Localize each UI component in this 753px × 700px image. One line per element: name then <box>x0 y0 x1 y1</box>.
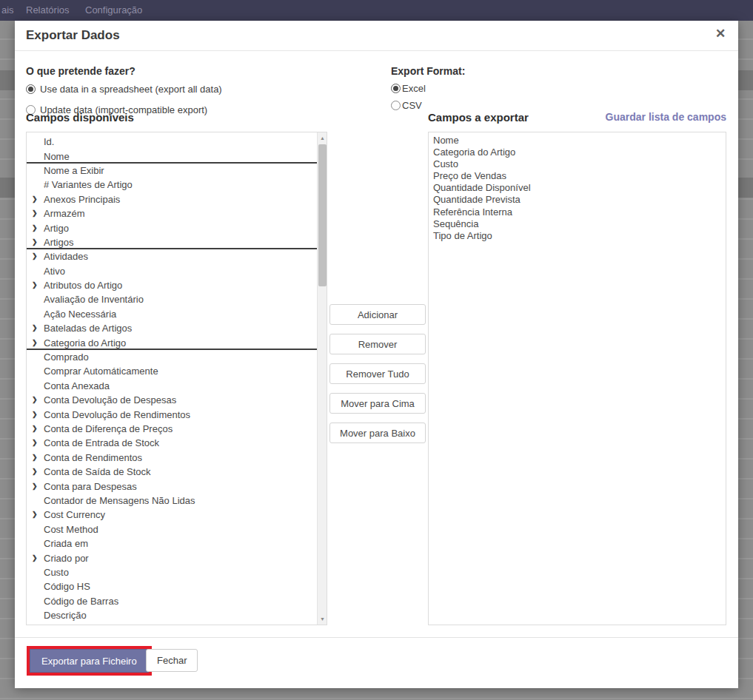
export-field-item[interactable]: Nome <box>429 135 726 147</box>
expand-icon[interactable]: ❯ <box>32 465 44 479</box>
radio-option[interactable]: Excel <box>391 83 465 94</box>
field-label: # Variantes de Artigo <box>44 179 133 190</box>
available-field-item[interactable]: Custo <box>27 565 317 579</box>
export-field-item[interactable]: Quantidade Prevista <box>429 194 726 206</box>
available-field-item[interactable]: Ativo <box>27 264 317 278</box>
available-field-item[interactable]: Criada em <box>27 536 317 551</box>
expand-icon[interactable]: ❯ <box>32 508 44 522</box>
available-field-item[interactable]: ❯Atributos do Artigo <box>27 278 317 292</box>
menubar-item[interactable]: ais <box>1 4 14 16</box>
field-label: Conta de Entrada de Stock <box>44 437 159 448</box>
available-field-item[interactable]: Nome a Exibir <box>27 164 317 178</box>
field-label: Nome <box>44 151 70 162</box>
available-field-item[interactable]: Código de Barras <box>27 594 317 608</box>
field-label: Conta Devolução de Despesas <box>44 394 176 405</box>
field-label: Criada em <box>44 538 88 549</box>
available-field-item[interactable]: ❯Artigos <box>27 235 317 249</box>
available-field-item[interactable]: Descrição da Compra <box>27 622 317 625</box>
expand-icon[interactable]: ❯ <box>32 336 44 350</box>
export-field-item[interactable]: Tipo de Artigo <box>429 230 726 242</box>
field-label: Categoria do Artigo <box>44 337 126 349</box>
available-field-item[interactable]: ❯Conta Devolução de Despesas <box>27 393 317 407</box>
expand-icon[interactable]: ❯ <box>32 192 44 206</box>
expand-icon[interactable]: ❯ <box>32 321 44 335</box>
radio-button-icon[interactable] <box>391 101 401 110</box>
available-field-item[interactable]: ❯Bateladas de Artigos <box>27 321 317 335</box>
available-field-item[interactable]: Descrição <box>27 608 317 622</box>
available-field-item[interactable]: ❯Armazém <box>27 206 317 221</box>
scroll-up-icon[interactable]: ▲ <box>318 133 327 143</box>
export-field-item[interactable]: Sequência <box>429 218 726 230</box>
export-field-item[interactable]: Preço de Vendas <box>429 170 726 182</box>
move-up-button[interactable]: Mover para Cima <box>329 393 426 414</box>
list-action-buttons: AdicionarRemoverRemover TudoMover para C… <box>329 304 426 443</box>
remove-all-button[interactable]: Remover Tudo <box>329 363 426 384</box>
scroll-down-icon[interactable]: ▼ <box>318 614 327 624</box>
available-field-item[interactable]: ❯Atividades <box>27 249 317 263</box>
field-label: Conta de Rendimentos <box>44 452 142 463</box>
available-field-item[interactable]: Cost Method <box>27 522 317 536</box>
radio-option[interactable]: Use data in a spreadsheet (export all da… <box>26 84 222 95</box>
available-field-item[interactable]: Código HS <box>27 579 317 593</box>
available-field-item[interactable]: Contador de Mensagens Não Lidas <box>27 494 317 508</box>
available-field-item[interactable]: Avaliação de Inventário <box>27 292 317 306</box>
available-field-item[interactable]: ❯Anexos Principais <box>27 192 317 206</box>
export-field-item[interactable]: Quantidade Disponível <box>429 182 726 194</box>
save-fields-list-link[interactable]: Guardar lista de campos <box>606 111 726 123</box>
export-field-item[interactable]: Referência Interna <box>429 206 726 218</box>
available-field-item[interactable]: ❯Cost Currency <box>27 508 317 522</box>
available-field-item[interactable]: Nome <box>27 149 317 163</box>
expand-icon[interactable]: ❯ <box>32 422 44 436</box>
field-label: Conta Anexada <box>44 380 110 391</box>
radio-option[interactable]: CSV <box>391 100 465 111</box>
expand-icon[interactable]: ❯ <box>32 278 44 292</box>
expand-icon[interactable]: ❯ <box>32 249 44 263</box>
expand-icon[interactable]: ❯ <box>32 206 44 221</box>
menubar-item[interactable]: Relatórios <box>26 4 70 16</box>
field-label: Id. <box>44 136 54 147</box>
menubar-item[interactable]: Configuração <box>85 4 142 16</box>
expand-icon[interactable]: ❯ <box>32 235 44 249</box>
remove-button[interactable]: Remover <box>329 334 426 354</box>
available-field-item[interactable]: Ação Necessária <box>27 307 317 321</box>
available-field-item[interactable]: ❯Conta de Rendimentos <box>27 451 317 465</box>
expand-icon[interactable]: ❯ <box>32 436 44 450</box>
export-fields-list: NomeCategoria do ArtigoCustoPreço de Ven… <box>429 132 726 625</box>
available-field-item[interactable]: ❯Categoria do Artigo <box>27 335 317 349</box>
field-label: Código HS <box>44 581 90 592</box>
available-field-item[interactable]: ❯Conta de Entrada de Stock <box>27 436 317 450</box>
move-down-button[interactable]: Mover para Baixo <box>329 423 426 443</box>
available-field-item[interactable]: ❯Criado por <box>27 551 317 565</box>
expand-icon[interactable]: ❯ <box>32 451 44 465</box>
expand-icon[interactable]: ❯ <box>32 393 44 407</box>
scrollbar-thumb[interactable] <box>318 144 327 286</box>
available-field-item[interactable]: ❯Conta Devolução de Rendimentos <box>27 407 317 421</box>
close-icon[interactable]: ✕ <box>712 25 729 43</box>
export-field-item[interactable]: Categoria do Artigo <box>429 147 726 158</box>
radio-button-icon[interactable] <box>391 84 401 93</box>
expand-icon[interactable]: ❯ <box>32 479 44 494</box>
available-field-item[interactable]: Comprar Automáticamente <box>27 364 317 378</box>
field-label: Ativo <box>44 266 65 277</box>
expand-icon[interactable]: ❯ <box>32 221 44 235</box>
available-field-item[interactable]: Comprado <box>27 350 317 364</box>
close-dialog-button[interactable]: Fechar <box>146 649 198 672</box>
available-field-item[interactable]: ❯Conta de Saída de Stock <box>27 465 317 479</box>
available-field-item[interactable]: Conta Anexada <box>27 379 317 393</box>
expand-icon[interactable]: ❯ <box>32 551 44 565</box>
available-field-item[interactable]: # Variantes de Artigo <box>27 178 317 192</box>
available-field-item[interactable]: ❯Conta para Despesas <box>27 479 317 493</box>
export-to-file-button[interactable]: Exportar para Ficheiro <box>30 649 149 673</box>
footer-divider <box>15 637 738 638</box>
available-field-item[interactable]: ❯Conta de Diferença de Preços <box>27 422 317 436</box>
add-button[interactable]: Adicionar <box>329 304 426 325</box>
available-field-item[interactable]: Id. <box>27 135 317 149</box>
scrollbar[interactable]: ▲ ▼ <box>317 132 327 625</box>
export-field-item[interactable]: Custo <box>429 158 726 170</box>
field-label: Comprado <box>44 351 89 363</box>
available-field-item[interactable]: ❯Artigo <box>27 221 317 235</box>
field-label: Armazém <box>44 208 85 219</box>
expand-icon[interactable]: ❯ <box>32 408 44 422</box>
radio-button-icon[interactable] <box>26 84 36 94</box>
available-fields-title: Campos disponíveis <box>26 111 134 124</box>
